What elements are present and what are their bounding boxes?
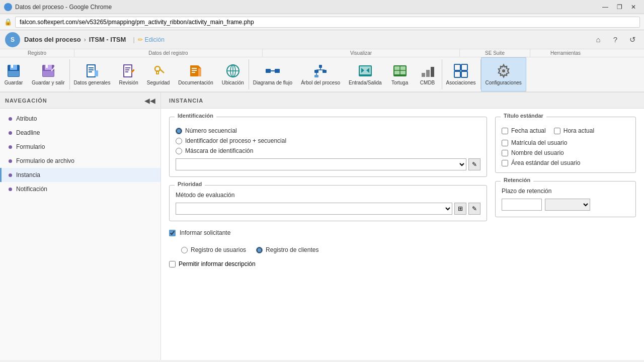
radio-reg-usuarios-input[interactable] [181,247,188,253]
ribbon-label-registro: Registro [0,49,74,57]
fecha-actual-checkbox[interactable] [502,128,508,134]
radio-num-sec[interactable]: Número secuencial [176,127,480,134]
maximize-button[interactable]: ❐ [613,2,626,12]
prioridad-group: Prioridad Método de evaluación ⊞ ✎ [169,185,487,221]
sidebar-label-notificacion: Notificación [16,186,47,193]
svg-rect-60 [461,64,467,70]
retencion-input[interactable] [502,199,542,211]
ribbon-btn-tortuga[interactable]: Tortuga [386,57,414,92]
svg-rect-24 [157,72,158,73]
svg-rect-17 [124,65,131,76]
matricula-label: Matrícula del usuario [511,139,567,146]
svg-marker-28 [198,65,201,68]
matricula-checkbox[interactable] [502,140,508,146]
sidebar-item-notificacion[interactable]: Notificación [0,182,160,196]
ribbon-btn-asociaciones[interactable]: Asociaciones [442,57,480,92]
breadcrumb-root[interactable]: Datos del proceso [24,36,81,43]
svg-rect-30 [192,70,197,71]
checkbox-hora-actual[interactable]: Hora actual [554,127,594,134]
radio-mascara[interactable]: Máscara de identificación [176,147,480,154]
radio-reg-clientes-input[interactable] [256,247,263,253]
retencion-label: Plazo de retención [502,188,629,195]
help-button[interactable]: ? [609,33,622,46]
asociaciones-icon [453,63,469,79]
prioridad-edit-btn[interactable]: ✎ [468,203,480,215]
prioridad-legend: Prioridad [175,181,205,187]
ribbon-btn-guardar[interactable]: Guardar [0,57,28,92]
close-button[interactable]: ✕ [627,2,640,12]
prioridad-dropdown-row: ⊞ ✎ [176,203,480,215]
ribbon-btn-documentacion[interactable]: Documentación [174,57,217,92]
prioridad-view-btn[interactable]: ⊞ [454,203,466,215]
home-button[interactable]: ⌂ [592,33,605,46]
identificacion-dropdown-edit-btn[interactable]: ✎ [468,158,480,170]
titulo-estandar-checkboxes: Fecha actual Hora actual Matrícula del u… [502,123,629,166]
radio-mascara-input[interactable] [176,148,182,154]
informar-checkbox[interactable] [169,230,176,236]
sidebar-bullet-deadline [9,131,12,135]
seguridad-icon [150,63,167,79]
ribbon-btn-arbol-proceso[interactable]: Árbol del proceso [297,57,345,92]
tortuga-label: Tortuga [391,80,408,86]
addressbar: 🔒 [0,14,644,30]
radio-num-sec-input[interactable] [176,128,182,134]
prioridad-method-label: Método de evaluación [176,192,480,199]
minimize-button[interactable]: — [599,2,612,12]
sidebar-item-formulario[interactable]: Formulario [0,140,160,154]
ribbon-btn-cmdb[interactable]: CMDB [414,57,442,92]
checkbox-matricula[interactable]: Matrícula del usuario [502,139,629,146]
lock-icon: 🔒 [4,18,12,26]
breadcrumb-sub[interactable]: ITSM - ITSM [89,36,126,43]
cmdb-icon [420,63,436,79]
ribbon-btn-entrada-salida[interactable]: Entrada/Salida [345,57,386,92]
documentacion-label: Documentación [178,80,213,86]
radio-reg-clientes[interactable]: Registro de clientes [256,246,318,253]
nombre-usuario-checkbox[interactable] [502,150,508,156]
ribbon-btn-seguridad[interactable]: Seguridad [143,57,175,92]
identificacion-legend: Identificación [175,113,216,119]
permitir-checkbox[interactable] [169,261,176,267]
ribbon-label-herramientas: Herramientas [530,49,601,57]
checkbox-nombre-usuario[interactable]: Nombre del usuario [502,149,629,156]
ribbon-label-sesuite: SE Suite [460,49,530,57]
checkbox-fecha-actual[interactable]: Fecha actual [502,127,546,134]
fecha-actual-label: Fecha actual [511,127,546,134]
cmdb-label: CMDB [420,80,435,86]
svg-rect-44 [314,70,318,73]
radio-reg-clientes-label: Registro de clientes [266,246,318,253]
sidebar-item-atributo[interactable]: Atributo [0,112,160,126]
identificacion-radio-group: Número secuencial Identificador del proc… [176,123,480,154]
ribbon-btn-configuraciones[interactable]: Configuraciones [481,57,526,92]
identificacion-select[interactable] [176,158,466,170]
prioridad-method-select[interactable] [176,203,452,215]
ribbon-btn-guardar-salir[interactable]: Guardar y salir [28,57,69,92]
sidebar-bullet-formulario [9,145,12,149]
refresh-button[interactable]: ↺ [626,33,639,46]
hora-actual-label: Hora actual [564,127,594,134]
svg-rect-12 [89,67,94,68]
sidebar-bullet-notificacion [9,188,12,191]
hora-actual-checkbox[interactable] [554,128,560,134]
checkbox-area-estandar[interactable]: Área estándar del usuario [502,159,629,166]
identificacion-dropdown-row: ✎ [176,158,480,170]
ribbon-btn-diagrama-flujo[interactable]: Diagrama de flujo [249,57,297,92]
radio-id-proceso-input[interactable] [176,138,182,144]
sidebar-item-deadline[interactable]: Deadline [0,126,160,140]
radio-id-proceso[interactable]: Identificador del proceso + secuencial [176,137,480,144]
radio-reg-usuarios[interactable]: Registro de usuarios [181,246,246,253]
ribbon-label-visualizar: Visualizar [263,49,460,57]
ribbon-btn-revision[interactable]: Revisión [115,57,142,92]
sidebar-item-instancia[interactable]: Instancia [0,168,160,182]
ribbon-btn-datos-generales[interactable]: Datos generales [70,57,115,92]
svg-rect-40 [319,65,322,68]
sidebar-item-formulario-archivo[interactable]: Formulario de archivo [0,154,160,168]
chrome-icon [4,3,12,11]
retencion-select[interactable] [545,199,590,211]
guardar-salir-label: Guardar y salir [32,80,65,86]
ribbon-btn-ubicacion[interactable]: Ubicación [218,57,249,92]
informar-label: Informar solicitante [180,229,230,236]
sidebar-collapse-button[interactable]: ◀◀ [144,97,155,105]
ubicacion-icon [225,63,241,79]
area-estandar-checkbox[interactable] [502,160,508,166]
url-input[interactable] [15,17,640,28]
